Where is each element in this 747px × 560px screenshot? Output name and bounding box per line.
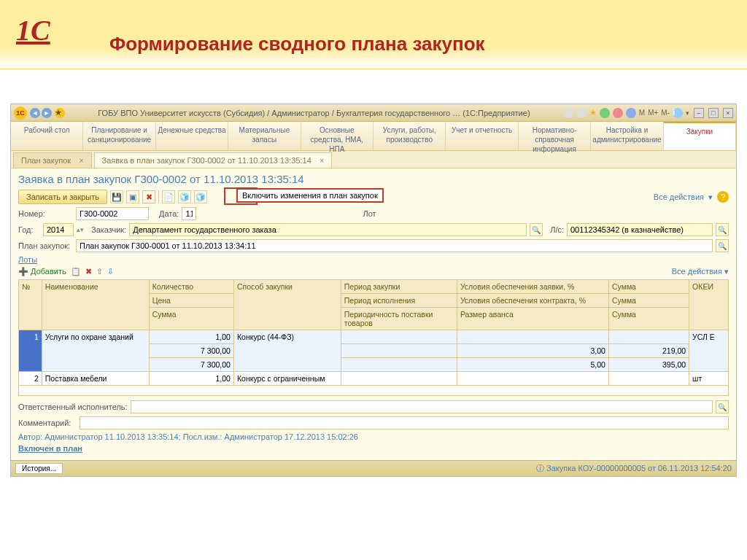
search-icon[interactable]: 🔍 [716, 239, 729, 252]
calc-icon[interactable] [613, 108, 623, 118]
nav-fixed-assets[interactable]: Основные средства, НМА, НПА [301, 122, 374, 150]
down-icon[interactable]: ⇩ [107, 267, 114, 276]
action-icon[interactable]: 🧊 [178, 190, 191, 203]
nav-desktop[interactable]: Рабочий стол [11, 122, 83, 150]
star2-icon[interactable]: ★ [589, 108, 597, 117]
delete-row-icon[interactable]: ✖ [85, 267, 92, 276]
add-label: Добавить [31, 267, 66, 276]
grid-icon[interactable] [600, 108, 610, 118]
col-name: Наименование [42, 280, 149, 330]
copy-icon[interactable]: 📄 [162, 190, 175, 203]
lots-table[interactable]: № Наименование Количество Способ закупки… [18, 279, 729, 386]
up-icon[interactable]: ⇧ [96, 267, 103, 276]
col-qty: Количество [149, 280, 233, 294]
plan-label: План закупок: [18, 241, 73, 250]
cal-icon[interactable] [626, 108, 636, 118]
customer-input[interactable] [129, 223, 527, 236]
copy-row-icon[interactable]: 📋 [71, 267, 81, 276]
window-title: ГОБУ ВПО Университет искусств (Субсидия)… [68, 109, 560, 117]
spinner-icon[interactable]: ▴▾ [77, 226, 84, 233]
post-icon[interactable]: ▣ [126, 190, 139, 203]
app-icon: 1C [14, 106, 27, 120]
date-input[interactable] [182, 207, 196, 220]
col-advance: Размер аванса [457, 308, 608, 330]
all-actions-link[interactable]: Все действия [672, 267, 722, 276]
nav-fwd-icon[interactable]: ► [42, 108, 52, 118]
app-window: 1C ◄ ► ★ ГОБУ ВПО Университет искусств (… [10, 104, 737, 477]
col-sum2b: Сумма [608, 294, 689, 308]
author-info: Автор: Администратор 11.10.2013 13:35:14… [18, 432, 729, 441]
nav-services[interactable]: Услуги, работы, производство [374, 122, 446, 150]
col-cond-app: Условия обеспечения заявки, % [457, 280, 608, 294]
col-price: Цена [149, 294, 233, 308]
comment-label: Комментарий: [18, 419, 77, 427]
save-close-button[interactable]: Записать и закрыть [18, 190, 107, 204]
close-icon[interactable]: × [79, 156, 83, 165]
nav-admin[interactable]: Настройка и администрирование [591, 122, 663, 150]
table-row[interactable]: 1 Услуги по охране зданий 1,00 Конкурс (… [19, 330, 729, 344]
info-icon[interactable]: i [673, 108, 683, 118]
add-button[interactable]: ➕ Добавить [18, 267, 66, 276]
col-cond-ctr: Условия обеспечения контракта, % [457, 294, 608, 308]
nav-materials[interactable]: Материальные запасы [228, 122, 301, 150]
status-text: ⓘ Закупка КОУ-00000000005 от 06.11.2013 … [536, 463, 732, 474]
tab-request[interactable]: Заявка в план закупок Г300-0002 от 11.10… [94, 152, 333, 168]
maximize-button[interactable]: □ [708, 108, 719, 118]
grid-scrollbar[interactable] [18, 386, 729, 396]
doc-title: Заявка в план закупок Г300-0002 от 11.10… [18, 173, 729, 185]
resp-input[interactable] [131, 400, 713, 413]
search-icon[interactable]: 🔍 [716, 400, 729, 413]
dropdown-icon[interactable]: ▾ [724, 267, 729, 276]
help-icon[interactable]: ? [717, 191, 729, 203]
nav-money[interactable]: Денежные средства [156, 122, 228, 150]
dropdown-icon[interactable]: ▾ [708, 192, 713, 202]
save-icon[interactable]: 💾 [110, 190, 123, 203]
year-input[interactable] [43, 223, 74, 236]
customer-label: Заказчик: [91, 225, 126, 234]
ls-input[interactable] [567, 223, 713, 236]
nav-planning[interactable]: Планирование и санкционирование [83, 122, 155, 150]
m[interactable]: M [639, 109, 645, 117]
top-nav: Рабочий стол Планирование и санкциониров… [11, 122, 736, 151]
dropdown-icon[interactable]: ▾ [686, 109, 689, 117]
nav-reference[interactable]: Нормативно-справочная информация [519, 122, 591, 150]
m-minus[interactable]: M- [661, 109, 670, 117]
ls-label: Л/с: [550, 225, 564, 234]
nav-back-icon[interactable]: ◄ [30, 108, 40, 118]
minimize-button[interactable]: – [694, 108, 704, 118]
col-period: Период закупки [341, 280, 457, 294]
included-link[interactable]: Включен в план [18, 444, 729, 453]
doc-tabs: План закупок × Заявка в план закупок Г30… [11, 151, 736, 168]
nav-reporting[interactable]: Учет и отчетность [446, 122, 518, 150]
nav-purchases[interactable]: Закупки [664, 122, 736, 150]
close-button[interactable]: × [723, 108, 733, 118]
plan-input[interactable] [76, 239, 713, 252]
toolbar: Записать и закрыть 💾 ▣ ✖ 📄 🧊 🧊 Включить … [18, 190, 729, 204]
table-row[interactable]: 2 Поставка мебели 1,00 Конкурс с огранич… [19, 372, 729, 386]
search-icon[interactable]: 🔍 [716, 223, 729, 236]
resp-label: Ответственный исполнитель: [18, 402, 128, 411]
search-icon[interactable]: 🔍 [530, 223, 543, 236]
cancel-icon[interactable]: ✖ [142, 190, 155, 203]
comment-input[interactable] [80, 416, 729, 429]
date-label: Дата: [159, 209, 179, 218]
lots-section[interactable]: Лоты [18, 255, 729, 264]
col-sum2c: Сумма [608, 308, 689, 330]
tool-icon[interactable] [576, 108, 587, 118]
tool-icon[interactable] [563, 108, 573, 118]
col-exec: Период исполнения [341, 294, 457, 308]
number-label: Номер: [18, 209, 73, 218]
close-icon[interactable]: × [320, 156, 324, 165]
col-sum: Сумма [149, 308, 233, 330]
year-label: Год: [18, 225, 40, 234]
tab-request-label: Заявка в план закупок Г300-0002 от 11.10… [102, 156, 311, 165]
slide-title: Формирование сводного плана закупок [109, 33, 485, 55]
all-actions-link[interactable]: Все действия [654, 192, 704, 201]
m-plus[interactable]: M+ [648, 109, 658, 117]
logo-1c: 1С [16, 13, 50, 47]
number-input[interactable] [76, 207, 149, 220]
history-button[interactable]: История... [15, 463, 63, 474]
tab-plan[interactable]: План закупок × [13, 152, 92, 168]
star-icon[interactable]: ★ [55, 108, 65, 118]
include-icon[interactable]: 🧊 [194, 190, 207, 203]
